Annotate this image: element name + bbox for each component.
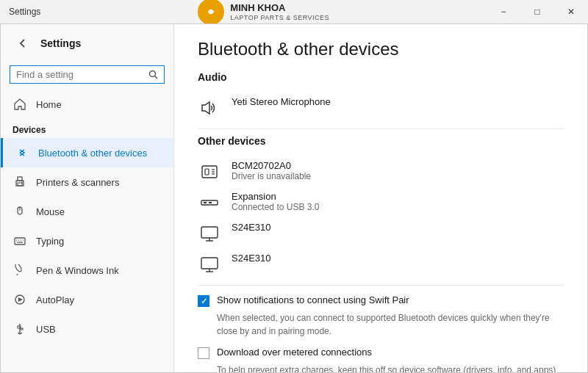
audio-device-name: Yeti Stereo Microphone xyxy=(232,96,331,107)
home-icon xyxy=(12,97,27,112)
sidebar-item-label-autoplay: AutoPlay xyxy=(36,294,74,305)
svg-line-3 xyxy=(155,76,158,79)
svg-point-1 xyxy=(209,10,213,14)
divider-2 xyxy=(198,285,564,286)
metered-desc: To help prevent extra charges, keep this… xyxy=(217,363,564,372)
search-icon xyxy=(148,70,158,79)
speaker-icon xyxy=(198,98,221,118)
section-devices-label: Devices xyxy=(1,119,173,138)
app-container: Settings Home Devices xyxy=(0,23,588,373)
title-bar-left: Settings xyxy=(9,7,40,17)
mouse-icon xyxy=(12,204,27,219)
device-item-expansion: Expansion Connected to USB 3.0 xyxy=(198,186,564,217)
svg-rect-32 xyxy=(201,227,218,238)
swift-pair-desc: When selected, you can connect to suppor… xyxy=(217,311,564,338)
sidebar-item-label-printers: Printers & scanners xyxy=(36,177,119,188)
sidebar-item-mouse[interactable]: Mouse xyxy=(1,197,173,226)
sidebar-item-typing[interactable]: Typing xyxy=(1,226,173,256)
svg-marker-23 xyxy=(202,102,209,114)
sidebar-item-label-home: Home xyxy=(36,99,62,110)
svg-rect-31 xyxy=(209,202,212,203)
s24e310b-device-info: S24E310 xyxy=(232,253,271,264)
svg-rect-35 xyxy=(201,258,218,269)
divider-1 xyxy=(198,128,564,129)
brand-text: MINH KHOA LAPTOP PARTS & SERVICES xyxy=(230,2,329,21)
usb-icon xyxy=(12,322,27,336)
sidebar-item-usb[interactable]: USB xyxy=(1,314,173,344)
sidebar-item-autoplay[interactable]: AutoPlay xyxy=(1,285,173,314)
device-item-s24e310a: S24E310 xyxy=(198,217,564,248)
sidebar-item-label-mouse: Mouse xyxy=(36,206,65,217)
metered-row[interactable]: Download over metered connections xyxy=(198,347,564,359)
swift-pair-row[interactable]: Show notifications to connect using Swif… xyxy=(198,294,564,307)
sidebar-item-home[interactable]: Home xyxy=(1,90,173,119)
title-bar: Settings MINH KHOA LAPTOP PARTS & SERVIC… xyxy=(0,0,588,23)
svg-point-16 xyxy=(14,264,22,272)
usb-device-icon xyxy=(198,192,221,213)
autoplay-icon xyxy=(12,292,27,307)
s24e310a-device-info: S24E310 xyxy=(232,222,271,233)
title-bar-controls: − □ ✕ xyxy=(487,0,588,23)
logo-icon xyxy=(203,4,219,20)
svg-rect-10 xyxy=(15,238,25,245)
swift-pair-label: Show notifications to connect using Swif… xyxy=(217,294,409,305)
bluetooth-device-icon xyxy=(198,162,221,182)
sidebar-title: Settings xyxy=(40,37,81,49)
maximize-button[interactable]: □ xyxy=(520,0,554,23)
svg-marker-19 xyxy=(18,297,23,302)
s24e310a-device-name: S24E310 xyxy=(232,222,271,233)
back-icon xyxy=(18,38,28,48)
expansion-device-name: Expansion xyxy=(232,191,319,202)
audio-section-heading: Audio xyxy=(198,71,564,83)
main-content: Bluetooth & other devices Audio Yeti Ste… xyxy=(174,24,587,372)
audio-device-item: Yeti Stereo Microphone xyxy=(198,92,564,123)
svg-point-2 xyxy=(150,71,156,77)
svg-rect-5 xyxy=(18,177,22,181)
bluetooth-nav-icon xyxy=(15,145,29,160)
search-input[interactable] xyxy=(16,69,144,80)
title-bar-title: Settings xyxy=(9,7,40,17)
sidebar: Settings Home Devices xyxy=(1,24,174,372)
printer-icon xyxy=(12,175,27,189)
bcm-device-name: BCM20702A0 xyxy=(232,160,311,171)
sidebar-item-label-usb: USB xyxy=(36,324,56,335)
svg-line-17 xyxy=(17,274,18,275)
monitor-icon-2 xyxy=(198,254,221,275)
device-item-bcm: BCM20702A0 Driver is unavailable xyxy=(198,156,564,186)
keyboard-icon xyxy=(12,233,27,248)
brand-logo: MINH KHOA LAPTOP PARTS & SERVICES xyxy=(198,0,329,25)
bcm-device-info: BCM20702A0 Driver is unavailable xyxy=(232,160,311,181)
sidebar-item-printers[interactable]: Printers & scanners xyxy=(1,167,173,197)
pen-icon xyxy=(12,263,27,278)
other-devices-heading: Other devices xyxy=(198,135,564,147)
sidebar-item-bluetooth[interactable]: Bluetooth & other devices xyxy=(1,138,173,167)
monitor-icon-1 xyxy=(198,223,221,244)
sidebar-item-pen[interactable]: Pen & Windows Ink xyxy=(1,256,173,285)
audio-device-info: Yeti Stereo Microphone xyxy=(232,96,331,107)
svg-point-7 xyxy=(21,182,23,184)
close-button[interactable]: ✕ xyxy=(554,0,588,23)
swift-pair-checkbox[interactable] xyxy=(198,295,209,307)
back-button[interactable] xyxy=(12,33,33,54)
sidebar-item-label-bluetooth: Bluetooth & other devices xyxy=(38,148,147,159)
logo-circle xyxy=(198,0,224,25)
sidebar-header: Settings xyxy=(1,24,173,62)
minimize-button[interactable]: − xyxy=(487,0,520,23)
expansion-device-status: Connected to USB 3.0 xyxy=(232,202,319,212)
brand-sub: LAPTOP PARTS & SERVICES xyxy=(230,14,329,21)
expansion-device-info: Expansion Connected to USB 3.0 xyxy=(232,191,319,212)
device-item-s24e310b: S24E310 xyxy=(198,248,564,279)
metered-label: Download over metered connections xyxy=(217,347,372,358)
page-title: Bluetooth & other devices xyxy=(198,39,564,59)
svg-rect-30 xyxy=(204,202,207,203)
svg-rect-25 xyxy=(205,169,209,175)
search-box[interactable] xyxy=(10,65,165,84)
sidebar-item-label-pen: Pen & Windows Ink xyxy=(36,265,119,276)
bcm-device-status: Driver is unavailable xyxy=(232,171,311,181)
brand-name: MINH KHOA xyxy=(230,2,329,14)
metered-checkbox[interactable] xyxy=(198,347,209,359)
svg-rect-22 xyxy=(21,328,23,330)
s24e310b-device-name: S24E310 xyxy=(232,253,271,264)
sidebar-item-label-typing: Typing xyxy=(36,236,64,247)
